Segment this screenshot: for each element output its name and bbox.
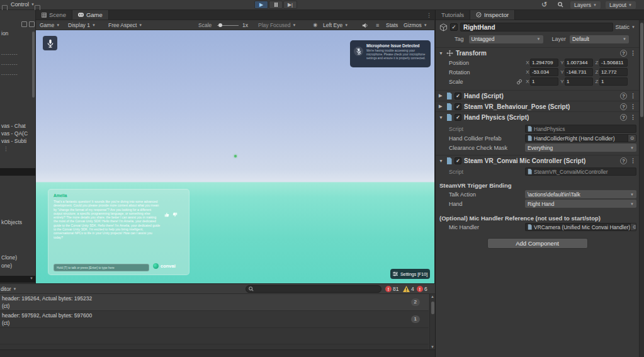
link-icon[interactable] (516, 79, 523, 85)
scale-z-field[interactable]: 1 (599, 77, 628, 86)
rotation-x-field[interactable]: -53.034 (530, 68, 558, 76)
component-header-pose[interactable]: ▶ ✓ Steam VR_Behaviour_Pose (Script) ?⋮ (436, 101, 639, 111)
help-icon[interactable]: ? (620, 50, 627, 57)
hierarchy-toolbar-icon[interactable] (29, 18, 35, 30)
mute-audio-icon[interactable] (362, 20, 368, 30)
rotation-z-field[interactable]: 12.772 (599, 68, 628, 76)
kebab-icon[interactable]: ⋮ (426, 12, 432, 18)
foldout-closed-icon[interactable]: ▶ (439, 104, 444, 109)
rotation-y-field[interactable]: -148.731 (565, 68, 593, 76)
play-button[interactable]: ▶ (254, 1, 268, 9)
component-checkbox[interactable]: ✓ (455, 157, 461, 164)
scroll-up-icon[interactable]: ▲ (431, 295, 434, 298)
aspect-dropdown[interactable]: Free Aspect▼ (108, 20, 142, 30)
inspector-scroll-thumb[interactable] (640, 23, 643, 117)
hierarchy-selected-row[interactable] (0, 168, 36, 176)
console-scroll-thumb[interactable] (431, 302, 434, 314)
list-item[interactable]: -------- (1, 72, 18, 76)
active-checkbox[interactable]: ✓ (450, 23, 458, 31)
thumbs-up-icon[interactable] (164, 212, 169, 217)
settings-button[interactable]: Settings [F10] (390, 269, 430, 279)
foldout-open-icon[interactable]: ▼ (439, 51, 444, 55)
game-viewport[interactable]: Microphone Issue Detected We're having t… (36, 30, 434, 283)
add-component-button[interactable]: Add Component (487, 238, 588, 249)
list-item[interactable]: vas - QA(C (1, 130, 28, 137)
list-item[interactable]: -------- (1, 62, 18, 66)
clearance-check-mask-dropdown[interactable]: Everything▼ (525, 144, 636, 152)
console-entry[interactable]: header: 597592, Actual bytes: 597600 (ct… (0, 311, 429, 328)
position-z-field[interactable]: -1.506811 (599, 59, 628, 67)
foldout-closed-icon[interactable]: ▶ (439, 93, 444, 98)
component-checkbox[interactable]: ✓ (455, 114, 461, 121)
tab-inspector[interactable]: Inspector (470, 10, 515, 20)
play-focused-dropdown[interactable]: Play Focused▼ (258, 20, 296, 30)
help-icon[interactable]: ? (620, 93, 627, 99)
warning-count[interactable]: 4 (403, 286, 414, 292)
mic-handler-field[interactable]: VRCamera (Unified Mic Convai Handler) ⊙ (525, 223, 636, 231)
error-paused-count[interactable]: !6 (417, 286, 427, 292)
kebab-icon[interactable]: ⋮ (3, 145, 9, 152)
history-icon[interactable]: ↺ (541, 1, 547, 9)
scale-y-field[interactable]: 1 (565, 77, 593, 86)
list-item[interactable]: Clone) (1, 254, 17, 261)
eye-dropdown[interactable]: Left Eye▼ (323, 20, 348, 30)
control-menu[interactable]: Control▼ (11, 1, 35, 8)
display-dropdown[interactable]: Display 1▼ (68, 20, 96, 30)
position-x-field[interactable]: 1.294709 (530, 59, 558, 67)
gizmos-dropdown[interactable]: Gizmos▼ (404, 20, 427, 30)
help-icon[interactable]: ? (620, 114, 627, 121)
hierarchy-scrollbar[interactable] (32, 31, 35, 98)
kebab-icon[interactable]: ⋮ (630, 157, 636, 164)
thumbs-down-icon[interactable] (172, 212, 178, 217)
layer-dropdown[interactable]: Default▼ (570, 35, 629, 43)
step-button[interactable]: ▶| (283, 1, 297, 9)
list-item[interactable]: ion (1, 30, 8, 37)
game-view-dropdown[interactable]: Game▼ (40, 20, 60, 30)
scale-slider[interactable] (217, 20, 239, 30)
list-item[interactable]: kObjects (1, 219, 22, 225)
layout-dropdown[interactable]: Layout▼ (606, 1, 636, 9)
error-count[interactable]: !81 (385, 286, 398, 292)
editor-target-dropdown[interactable]: ditor▼ (1, 286, 17, 292)
hierarchy-bottom-row[interactable]: ▼ (0, 276, 36, 283)
component-header-hand-physics[interactable]: ▼ ✓ Hand Physics (Script) ?⋮ (436, 111, 639, 122)
menu-lines-icon[interactable]: ≡ (376, 20, 379, 30)
slider-knob[interactable] (218, 23, 222, 27)
kebab-icon[interactable]: ⋮ (630, 103, 636, 110)
list-item[interactable]: one) (1, 263, 12, 269)
kebab-icon[interactable]: ⋮ (630, 93, 636, 99)
transform-header[interactable]: ▼ Transform ?⋮ (436, 47, 639, 58)
pause-button[interactable] (269, 1, 283, 9)
foldout-open-icon[interactable]: ▼ (439, 115, 444, 120)
hierarchy-toolbar-icon[interactable] (21, 18, 27, 30)
tag-dropdown[interactable]: Untagged▼ (469, 35, 543, 43)
object-picker-icon[interactable]: ⊙ (630, 224, 636, 230)
asterisk-icon[interactable]: ✳ (313, 20, 317, 30)
console-scrollbar[interactable]: ▲ ▼ (429, 294, 435, 349)
tab-scene[interactable]: Scene (36, 10, 72, 20)
tab-game[interactable]: Game (72, 10, 109, 20)
layers-dropdown[interactable]: Layers▼ (570, 1, 601, 9)
tab-tutorials[interactable]: Tutorials (436, 10, 470, 20)
help-icon[interactable]: ? (620, 103, 627, 110)
inspector-scrollbar[interactable] (639, 20, 644, 357)
console-search-input[interactable] (246, 285, 381, 293)
component-checkbox[interactable]: ✓ (455, 103, 461, 110)
list-item[interactable]: -------- (1, 52, 18, 56)
console-entry[interactable]: header: 195264, Actual bytes: 195232 (ct… (0, 294, 429, 311)
hand-collider-prefab-field[interactable]: HandColliderRight (Hand Collider) ⊙ (525, 134, 636, 142)
component-header-hand[interactable]: ▶ ✓ Hand (Script) ?⋮ (436, 90, 639, 101)
talk-action-dropdown[interactable]: \actions\default\in\Talk▼ (525, 190, 636, 198)
scale-x-field[interactable]: 1 (530, 77, 558, 86)
kebab-icon[interactable]: ⋮ (630, 50, 636, 56)
microphone-button[interactable] (43, 36, 57, 50)
hand-dropdown[interactable]: Right Hand▼ (525, 200, 636, 208)
component-header-mic-controller[interactable]: ▼ ✓ Steam VR_Convai Mic Controller (Scri… (436, 155, 639, 166)
object-picker-icon[interactable]: ⊙ (628, 135, 636, 142)
help-icon[interactable]: ? (620, 157, 627, 164)
chat-text-input[interactable] (54, 264, 149, 271)
static-dropdown[interactable]: Static▼ (616, 24, 635, 30)
kebab-icon[interactable]: ⋮ (630, 114, 636, 120)
scroll-down-icon[interactable]: ▼ (431, 345, 434, 349)
list-item[interactable]: vas - Subti (1, 138, 26, 144)
